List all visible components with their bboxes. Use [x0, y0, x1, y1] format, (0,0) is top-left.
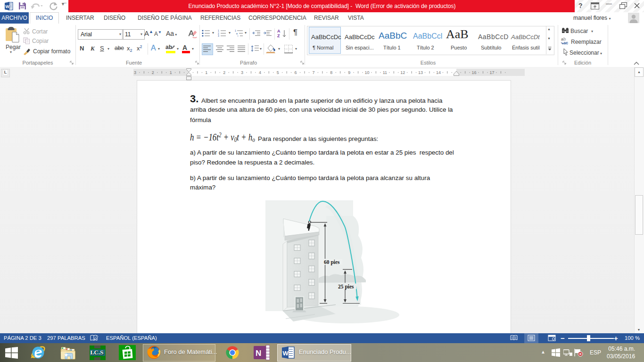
svg-text:16: 16 — [472, 70, 477, 75]
svg-text:N: N — [256, 349, 261, 358]
svg-text:I.C.S: I.C.S — [90, 349, 103, 356]
svg-text:11: 11 — [383, 70, 387, 75]
svg-text:1: 1 — [205, 70, 207, 75]
svg-text:W: W — [5, 4, 9, 9]
svg-text:7: 7 — [312, 70, 314, 75]
svg-text:W: W — [283, 350, 289, 357]
svg-text:9: 9 — [348, 70, 350, 75]
svg-text:8: 8 — [330, 70, 332, 75]
svg-text:3: 3 — [134, 70, 136, 75]
svg-text:2: 2 — [152, 70, 154, 75]
svg-text:3: 3 — [218, 34, 219, 37]
svg-text:14: 14 — [436, 70, 441, 75]
svg-text:6: 6 — [295, 70, 297, 75]
svg-text:4: 4 — [259, 70, 261, 75]
svg-text:12: 12 — [400, 70, 405, 75]
svg-text:2: 2 — [223, 70, 225, 75]
svg-text:25 pies: 25 pies — [338, 284, 354, 290]
svg-text:1: 1 — [170, 70, 172, 75]
svg-text:13: 13 — [418, 70, 423, 75]
svg-text:5: 5 — [277, 70, 279, 75]
svg-text:3: 3 — [241, 70, 243, 75]
svg-text:60 pies: 60 pies — [324, 259, 340, 265]
svg-text:10: 10 — [364, 70, 369, 75]
svg-text:17: 17 — [489, 70, 494, 75]
svg-text:i: i — [238, 34, 238, 37]
